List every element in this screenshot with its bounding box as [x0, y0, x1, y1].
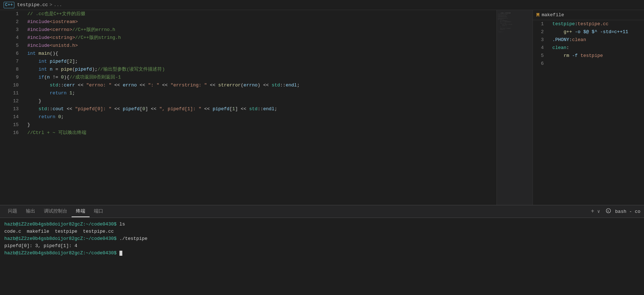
breadcrumb-separator: >: [49, 2, 52, 8]
table-row: 15 }: [0, 121, 496, 129]
terminal-command: ./testpipe: [119, 236, 148, 241]
code-line: return 0;: [24, 113, 496, 121]
code-line: int main(){: [24, 50, 496, 58]
line-number: 8: [0, 66, 24, 73]
table-row: 12 }: [0, 97, 496, 105]
code-line: return 1;: [24, 89, 496, 97]
terminal-content[interactable]: hazb@iZ2ze0b4gsb8doijor82gcZ:~/code0430$…: [0, 218, 644, 295]
code-line: rm -f testpipe: [549, 52, 644, 60]
line-number: 12: [0, 97, 24, 105]
breadcrumb: C++ testpipe.cc > ...: [0, 0, 644, 10]
table-row: 16 //Ctrl + ~ 可以唤出终端: [0, 129, 496, 137]
terminal-actions: + ∨ $ bash - co: [591, 208, 640, 215]
minimap-content: // .cc也是C++文件的后缀 #include<iostream> #inc…: [497, 10, 532, 205]
table-row: 6: [533, 60, 644, 68]
table-row: 1 // .cc也是C++文件的后缀: [0, 10, 496, 18]
line-number: 9: [0, 73, 24, 81]
code-line: #include<cerrno>//C++版的errno.h: [24, 26, 496, 34]
table-row: 10 std::cerr << "errno: " << errno << ":…: [0, 81, 496, 89]
code-line: testpipe:testpipe.cc: [549, 20, 644, 28]
cpp-icon: C++: [4, 2, 14, 8]
line-number: 15: [0, 121, 24, 129]
table-row: 5 rm -f testpipe: [533, 52, 644, 60]
table-row: 4 #include<cstring>//C++版的string.h: [0, 34, 496, 42]
terminal-line: hazb@iZ2ze0b4gsb8doijor82gcZ:~/code0430$: [4, 250, 640, 257]
right-panel: M makefile 1 testpipe:testpipe.cc 2 g++ …: [532, 10, 644, 205]
code-line: #include<unistd.h>: [24, 42, 496, 50]
editor-panel: 1 // .cc也是C++文件的后缀 2 #include<iostream> …: [0, 10, 532, 205]
table-row: 6 int main(){: [0, 50, 496, 58]
code-line: #include<cstring>//C++版的string.h: [24, 34, 496, 42]
line-number: 5: [533, 52, 549, 60]
makefile-header: M makefile: [533, 10, 644, 20]
terminal-prompt: hazb@iZ2ze0b4gsb8doijor82gcZ:~/code0430$: [4, 236, 119, 241]
terminal-prompt: hazb@iZ2ze0b4gsb8doijor82gcZ:~/code0430$: [4, 222, 119, 227]
table-row: 8 int n = pipe(pipefd);//输出型参数(读写文件描述符): [0, 66, 496, 73]
code-line: std::cerr << "errno: " << errno << ": " …: [24, 81, 496, 89]
main-content: 1 // .cc也是C++文件的后缀 2 #include<iostream> …: [0, 10, 644, 205]
line-number: 16: [0, 129, 24, 137]
table-row: 14 return 0;: [0, 113, 496, 121]
terminal-output: pipefd[0]: 3, pipefd[1]: 4: [4, 243, 77, 249]
code-line: int pipefd[2];: [24, 58, 496, 66]
tab-problems[interactable]: 问题: [4, 206, 22, 217]
code-line: if(n != 0){//成功返回0否则返回-1: [24, 73, 496, 81]
terminal-shell-label: bash - co: [615, 209, 640, 214]
line-number: 7: [0, 58, 24, 66]
code-line: .PHONY:clean: [549, 36, 644, 44]
code-table: 1 // .cc也是C++文件的后缀 2 #include<iostream> …: [0, 10, 496, 137]
makefile-title: makefile: [541, 12, 564, 18]
tab-debug-console[interactable]: 调试控制台: [40, 206, 72, 217]
svg-text:$: $: [607, 210, 609, 213]
line-number: 3: [533, 36, 549, 44]
terminal-prompt: hazb@iZ2ze0b4gsb8doijor82gcZ:~/code0430$: [4, 250, 119, 256]
makefile-icon: M: [536, 12, 539, 18]
line-number: 11: [0, 89, 24, 97]
breadcrumb-filename[interactable]: testpipe.cc: [17, 2, 48, 8]
shell-svg-icon: $: [606, 208, 611, 213]
code-line: }: [24, 97, 496, 105]
code-line: }: [24, 121, 496, 129]
line-number: 6: [533, 60, 549, 68]
makefile-code-area[interactable]: 1 testpipe:testpipe.cc 2 g++ -o $@ $^ -s…: [533, 20, 644, 205]
code-line: // .cc也是C++文件的后缀: [24, 10, 496, 18]
line-number: 14: [0, 113, 24, 121]
table-row: 11 return 1;: [0, 89, 496, 97]
line-number: 4: [0, 34, 24, 42]
terminal-line: hazb@iZ2ze0b4gsb8doijor82gcZ:~/code0430$…: [4, 235, 640, 242]
table-row: 7 int pipefd[2];: [0, 58, 496, 66]
table-row: 9 if(n != 0){//成功返回0否则返回-1: [0, 73, 496, 81]
terminal-tabs: 问题 输出 调试控制台 终端 端口 + ∨ $ bash - co: [0, 205, 644, 218]
table-row: 4 clean:: [533, 44, 644, 52]
code-line: clean:: [549, 44, 644, 52]
line-number: 2: [0, 18, 24, 26]
terminal-area: 问题 输出 调试控制台 终端 端口 + ∨ $ bash - co hazb@i…: [0, 205, 644, 295]
table-row: 3 .PHONY:clean: [533, 36, 644, 44]
table-row: 2 #include<iostream>: [0, 18, 496, 26]
terminal-dropdown-icon[interactable]: ∨: [597, 209, 600, 214]
line-number: 2: [533, 28, 549, 36]
code-line: int n = pipe(pipefd);//输出型参数(读写文件描述符): [24, 66, 496, 73]
add-terminal-button[interactable]: +: [591, 208, 594, 215]
code-line: //Ctrl + ~ 可以唤出终端: [24, 129, 496, 137]
line-number: 1: [533, 20, 549, 28]
terminal-line: pipefd[0]: 3, pipefd[1]: 4: [4, 242, 640, 250]
terminal-command: ls: [119, 222, 125, 227]
tab-terminal[interactable]: 终端: [72, 206, 90, 217]
breadcrumb-ellipsis: ...: [54, 2, 62, 8]
table-row: 13 std::cout << "pipefd[0]: " << pipefd[…: [0, 105, 496, 113]
table-row: 2 g++ -o $@ $^ -std=c++11: [533, 28, 644, 36]
line-number: 10: [0, 81, 24, 89]
code-line: [549, 60, 644, 68]
terminal-shell-icon: $: [606, 208, 611, 215]
line-number: 13: [0, 105, 24, 113]
line-number: 6: [0, 50, 24, 58]
code-area[interactable]: 1 // .cc也是C++文件的后缀 2 #include<iostream> …: [0, 10, 496, 205]
code-line: #include<iostream>: [24, 18, 496, 26]
tab-output[interactable]: 输出: [22, 206, 40, 217]
tab-ports[interactable]: 端口: [90, 206, 108, 217]
terminal-line: hazb@iZ2ze0b4gsb8doijor82gcZ:~/code0430$…: [4, 221, 640, 228]
code-line: g++ -o $@ $^ -std=c++11: [549, 28, 644, 36]
table-row: 1 testpipe:testpipe.cc: [533, 20, 644, 28]
terminal-output: code.c makefile testpipe testpipe.cc: [4, 229, 114, 234]
